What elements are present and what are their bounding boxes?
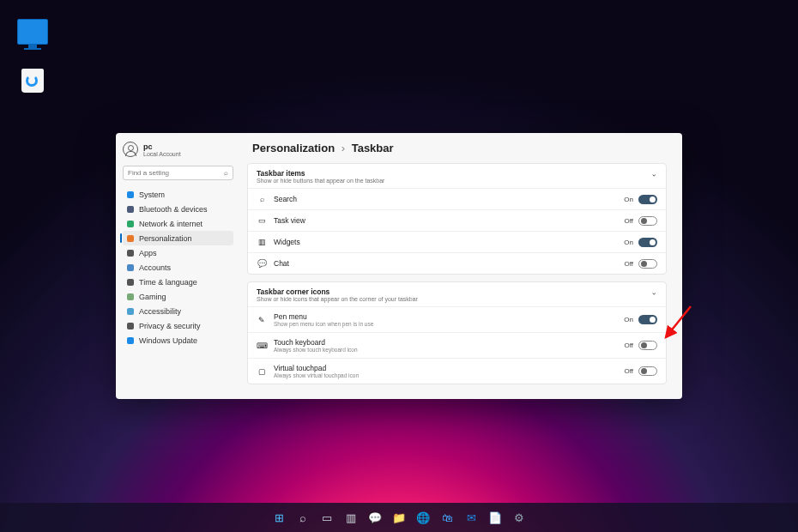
toggle-state-label: Off (624, 217, 633, 225)
touchpad-icon: ▢ (257, 366, 267, 377)
sidebar-item-gaming[interactable]: Gaming (123, 289, 233, 304)
toggle-state-label: On (624, 239, 633, 246)
mail-icon[interactable]: ✉ (462, 508, 481, 527)
user-name: pc (143, 142, 181, 151)
user-account-type: Local Account (143, 151, 181, 157)
row-label: Virtual touchpad (274, 364, 624, 372)
row-label: Search (274, 195, 624, 203)
row-sublabel: Show pen menu icon when pen is in use (274, 321, 624, 327)
start-icon[interactable]: ⊞ (269, 508, 288, 527)
toggle-switch[interactable] (638, 341, 657, 350)
setting-row-search: ⌕ Search On (248, 188, 666, 209)
group-header[interactable]: Taskbar items Show or hide buttons that … (248, 164, 666, 188)
sidebar-item-bluetooth-devices[interactable]: Bluetooth & devices (123, 202, 233, 216)
nav-icon (127, 337, 134, 344)
row-label-wrap: Virtual touchpad Always show virtual tou… (274, 364, 624, 378)
taskbar: ⊞⌕▭▥💬📁🌐🛍✉📄⚙ (0, 503, 798, 532)
nav-icon (127, 235, 134, 242)
row-label-wrap: Touch keyboard Always show touch keyboar… (274, 338, 624, 353)
desktop-icon-this-pc[interactable] (15, 19, 50, 50)
nav-icon (127, 250, 134, 257)
nav-icon (127, 279, 134, 286)
breadcrumb-parent[interactable]: Personalization (252, 142, 335, 154)
widgets-icon: ▥ (257, 237, 267, 247)
sidebar-item-accounts[interactable]: Accounts (123, 260, 233, 275)
group-title: Taskbar corner icons (257, 287, 418, 296)
nav-icon (127, 221, 134, 227)
sidebar-item-label: System (139, 190, 165, 199)
row-label-wrap: Chat (274, 259, 624, 268)
sidebar-item-label: Privacy & security (139, 322, 201, 330)
row-label-wrap: Pen menu Show pen menu icon when pen is … (274, 312, 624, 327)
sidebar-item-personalization[interactable]: Personalization (123, 231, 233, 245)
chevron-up-icon: ⌃ (650, 287, 657, 296)
group-subtitle: Show or hide buttons that appear on the … (257, 178, 384, 184)
row-label-wrap: Task view (274, 216, 624, 225)
search-icon[interactable]: ⌕ (293, 508, 312, 527)
sidebar-item-label: Apps (139, 249, 157, 257)
toggle-switch[interactable] (638, 315, 657, 324)
edge-icon[interactable]: 🌐 (414, 508, 432, 527)
pen-icon: ✎ (257, 315, 267, 325)
settings-icon[interactable]: ⚙ (510, 508, 529, 527)
toggle-state-label: Off (624, 342, 633, 349)
toggle-state-label: On (624, 316, 633, 323)
setting-row-touch-keyboard: ⌨ Touch keyboard Always show touch keybo… (248, 332, 666, 358)
search-input[interactable] (128, 169, 224, 177)
nav-list: System Bluetooth & devices Network & int… (123, 187, 233, 348)
row-label: Widgets (274, 238, 624, 246)
main-pane: Personalization › Taskbar Taskbar items … (240, 133, 682, 399)
group-header[interactable]: Taskbar corner icons Show or hide icons … (248, 282, 666, 306)
toggle-switch[interactable] (638, 195, 657, 204)
user-block[interactable]: pc Local Account (123, 142, 233, 157)
sidebar-item-label: Personalization (139, 234, 192, 243)
sidebar-item-label: Accounts (139, 263, 171, 272)
row-sublabel: Always show virtual touchpad icon (274, 372, 624, 378)
sidebar-item-label: Time & language (139, 278, 197, 287)
row-label-wrap: Widgets (274, 238, 624, 246)
sidebar-item-privacy-security[interactable]: Privacy & security (123, 318, 233, 333)
toggle-switch[interactable] (638, 238, 657, 247)
search-icon: ⌕ (224, 169, 228, 177)
nav-icon (127, 191, 134, 198)
toggle-state-label: Off (624, 260, 633, 268)
nav-icon (127, 293, 134, 300)
nav-icon (127, 308, 134, 315)
setting-row-widgets: ▥ Widgets On (248, 231, 666, 252)
chat-icon[interactable]: 💬 (366, 508, 384, 527)
row-label: Task view (274, 216, 624, 225)
row-label-wrap: Search (274, 195, 624, 203)
row-label: Pen menu (274, 312, 624, 321)
group-title: Taskbar items (257, 169, 384, 178)
chevron-right-icon: › (342, 142, 345, 154)
taskview-icon: ▭ (257, 215, 267, 226)
taskview-icon[interactable]: ▭ (317, 508, 336, 527)
row-sublabel: Always show touch keyboard icon (274, 347, 624, 353)
search-input-wrap[interactable]: ⌕ (123, 166, 233, 180)
toggle-switch[interactable] (638, 259, 657, 269)
chevron-up-icon: ⌃ (650, 169, 657, 178)
word-icon[interactable]: 📄 (486, 508, 505, 527)
widgets-icon[interactable]: ▥ (342, 508, 360, 527)
toggle-switch[interactable] (638, 216, 657, 226)
setting-row-task-view: ▭ Task view Off (248, 209, 666, 231)
sidebar-item-network-internet[interactable]: Network & internet (123, 216, 233, 231)
sidebar-item-apps[interactable]: Apps (123, 245, 233, 260)
desktop-icon-recycle-bin[interactable] (15, 69, 50, 93)
nav-icon (127, 323, 134, 329)
explorer-icon[interactable]: 📁 (390, 508, 408, 527)
toggle-switch[interactable] (638, 366, 657, 376)
sidebar-item-accessibility[interactable]: Accessibility (123, 304, 233, 318)
chat-icon: 💬 (257, 258, 267, 269)
user-avatar-icon (123, 142, 138, 157)
breadcrumb-current: Taskbar (352, 142, 394, 154)
group-taskbar-items: Taskbar items Show or hide buttons that … (247, 163, 667, 275)
sidebar-item-label: Network & internet (139, 220, 203, 228)
row-label: Touch keyboard (274, 338, 624, 347)
store-icon[interactable]: 🛍 (438, 508, 456, 527)
sidebar-item-system[interactable]: System (123, 187, 233, 202)
setting-row-pen-menu: ✎ Pen menu Show pen menu icon when pen i… (248, 306, 666, 332)
group-subtitle: Show or hide icons that appear on the co… (257, 296, 418, 302)
sidebar-item-time-language[interactable]: Time & language (123, 275, 233, 289)
sidebar-item-windows-update[interactable]: Windows Update (123, 333, 233, 348)
